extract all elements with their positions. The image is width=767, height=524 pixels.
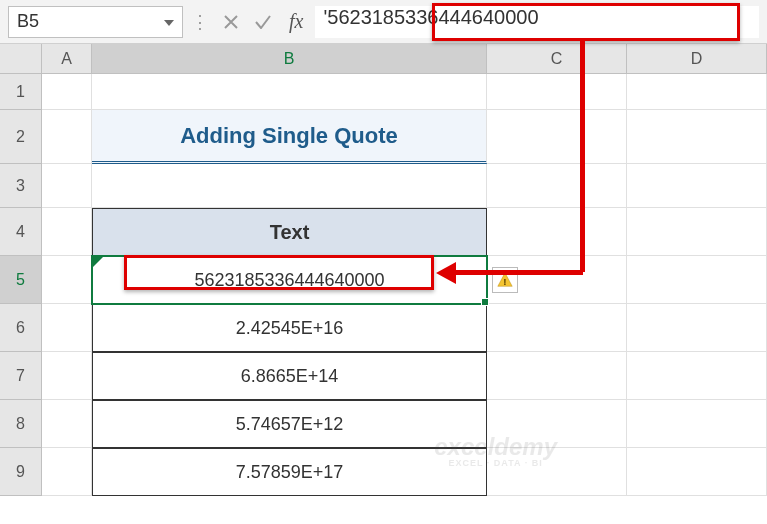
cell-D4[interactable] bbox=[627, 208, 767, 256]
row-header-9[interactable]: 9 bbox=[0, 448, 42, 496]
row-header-4[interactable]: 4 bbox=[0, 208, 42, 256]
cell-A7[interactable] bbox=[42, 352, 92, 400]
enter-icon[interactable] bbox=[249, 8, 277, 36]
cell-B3[interactable] bbox=[92, 164, 487, 208]
cell-A1[interactable] bbox=[42, 74, 92, 110]
formula-bar-buttons bbox=[217, 8, 277, 36]
cell-D2[interactable] bbox=[627, 110, 767, 164]
cell-B5[interactable]: 5623185336444640000 bbox=[92, 256, 487, 304]
cell-A8[interactable] bbox=[42, 400, 92, 448]
cell-A3[interactable] bbox=[42, 164, 92, 208]
svg-text:!: ! bbox=[503, 276, 506, 287]
cell-A2[interactable] bbox=[42, 110, 92, 164]
cell-C7[interactable] bbox=[487, 352, 627, 400]
cell-grid: Adding Single Quote Text bbox=[42, 74, 767, 496]
cell-A9[interactable] bbox=[42, 448, 92, 496]
cell-C8[interactable] bbox=[487, 400, 627, 448]
cell-C3[interactable] bbox=[487, 164, 627, 208]
formula-bar: B5 ⋮ fx '5623185336444640000 bbox=[0, 0, 767, 44]
cell-B2-title[interactable]: Adding Single Quote bbox=[92, 110, 487, 164]
separator: ⋮ bbox=[189, 11, 211, 33]
cell-B1[interactable] bbox=[92, 74, 487, 110]
row-header-8[interactable]: 8 bbox=[0, 400, 42, 448]
col-header-D[interactable]: D bbox=[627, 44, 767, 74]
name-box-value: B5 bbox=[17, 11, 39, 32]
row-header-5[interactable]: 5 bbox=[0, 256, 42, 304]
cell-C2[interactable] bbox=[487, 110, 627, 164]
cell-C6[interactable] bbox=[487, 304, 627, 352]
cell-B6[interactable]: 2.42545E+16 bbox=[92, 304, 487, 352]
annotation-arrow-h bbox=[454, 270, 583, 275]
cell-B4-header[interactable]: Text bbox=[92, 208, 487, 256]
cancel-icon[interactable] bbox=[217, 8, 245, 36]
formula-value: '5623185336444640000 bbox=[323, 6, 538, 28]
cell-C1[interactable] bbox=[487, 74, 627, 110]
annotation-arrow-v bbox=[580, 41, 585, 272]
row-header-3[interactable]: 3 bbox=[0, 164, 42, 208]
cell-B8[interactable]: 5.74657E+12 bbox=[92, 400, 487, 448]
cell-D1[interactable] bbox=[627, 74, 767, 110]
select-all-corner[interactable] bbox=[0, 44, 42, 74]
cell-D7[interactable] bbox=[627, 352, 767, 400]
row-header-6[interactable]: 6 bbox=[0, 304, 42, 352]
cell-D9[interactable] bbox=[627, 448, 767, 496]
text-format-indicator bbox=[93, 257, 103, 267]
row-headers: 1 2 3 4 5 6 7 8 9 bbox=[0, 74, 42, 496]
cell-B5-value: 5623185336444640000 bbox=[194, 270, 384, 291]
row-header-7[interactable]: 7 bbox=[0, 352, 42, 400]
row-header-1[interactable]: 1 bbox=[0, 74, 42, 110]
cell-D3[interactable] bbox=[627, 164, 767, 208]
cell-C9[interactable] bbox=[487, 448, 627, 496]
sheet: A B C D 1 2 3 4 5 6 7 8 9 bbox=[0, 44, 767, 524]
cell-A4[interactable] bbox=[42, 208, 92, 256]
cell-A6[interactable] bbox=[42, 304, 92, 352]
cell-B9[interactable]: 7.57859E+17 bbox=[92, 448, 487, 496]
chevron-down-icon[interactable] bbox=[164, 15, 174, 29]
row-header-2[interactable]: 2 bbox=[0, 110, 42, 164]
column-headers: A B C D bbox=[42, 44, 767, 74]
fx-icon[interactable]: fx bbox=[283, 10, 309, 33]
col-header-A[interactable]: A bbox=[42, 44, 92, 74]
cell-C4[interactable] bbox=[487, 208, 627, 256]
cell-A5[interactable] bbox=[42, 256, 92, 304]
annotation-arrow-head bbox=[436, 262, 456, 284]
col-header-C[interactable]: C bbox=[487, 44, 627, 74]
col-header-B[interactable]: B bbox=[92, 44, 487, 74]
formula-input[interactable]: '5623185336444640000 bbox=[315, 6, 759, 38]
cell-D5[interactable] bbox=[627, 256, 767, 304]
cell-B7[interactable]: 6.8665E+14 bbox=[92, 352, 487, 400]
name-box[interactable]: B5 bbox=[8, 6, 183, 38]
cell-D6[interactable] bbox=[627, 304, 767, 352]
cell-D8[interactable] bbox=[627, 400, 767, 448]
